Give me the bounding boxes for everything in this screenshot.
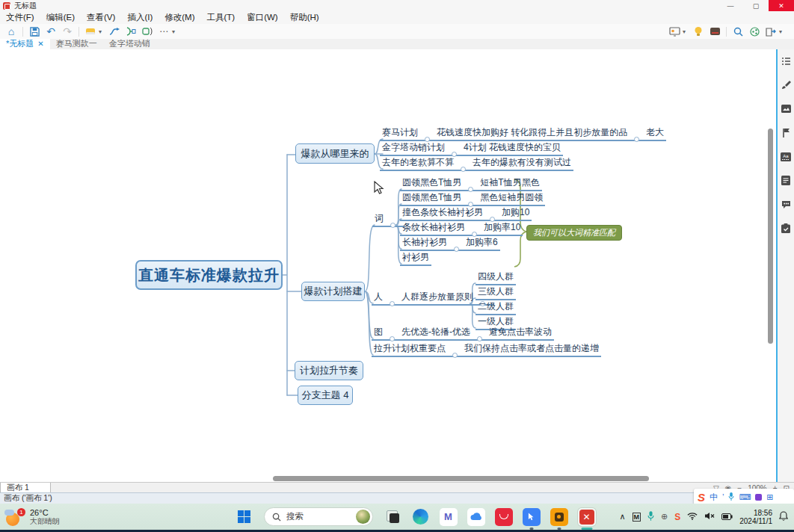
central-topic[interactable]: 直通车标准爆款拉升	[135, 260, 283, 290]
menu-view[interactable]: 查看(V)	[87, 12, 115, 23]
camera-app-icon[interactable]	[550, 508, 568, 526]
maximize-button[interactable]: ▢	[743, 0, 769, 11]
menu-tools[interactable]: 工具(T)	[206, 12, 235, 23]
task-icon[interactable]	[781, 223, 792, 234]
style-icon[interactable]	[82, 25, 99, 38]
tray-remote-icon[interactable]: ⊕	[661, 512, 668, 522]
topic-pic[interactable]: 图 先优选-轮播-优选 避免点击率波动	[372, 327, 554, 341]
more-caret-icon[interactable]: ▾	[172, 28, 179, 35]
junction-dot[interactable]	[468, 187, 473, 192]
topic-row[interactable]: 长袖衬衫男 加购率6	[400, 238, 500, 251]
topic-row[interactable]: 二级人群	[476, 302, 516, 315]
weather-widget[interactable]: 1 26°C 大部晴朗	[0, 508, 118, 526]
comment-icon[interactable]	[781, 199, 792, 210]
menu-modify[interactable]: 修改(M)	[164, 12, 194, 23]
topic-row[interactable]: 圆领黑色T恤男 短袖T恤男黑色	[400, 178, 542, 191]
vertical-scrollbar[interactable]	[768, 129, 773, 344]
junction-dot[interactable]	[477, 336, 482, 341]
tab-close-icon[interactable]: ✕	[37, 40, 43, 48]
search-icon[interactable]	[730, 25, 746, 38]
pointer-app-icon[interactable]	[523, 508, 541, 526]
format-brush-icon[interactable]	[781, 79, 792, 90]
summary-icon[interactable]	[123, 25, 139, 38]
presentation-icon[interactable]	[666, 25, 683, 38]
undo-icon[interactable]: ↶	[43, 25, 59, 38]
keyboard-icon[interactable]: ⌨	[739, 492, 751, 502]
tray-mic-icon[interactable]	[647, 511, 654, 522]
tab-untitled[interactable]: *无标题 ✕	[0, 39, 50, 49]
topic-row[interactable]: 撞色条纹长袖衬衫男 加购10	[400, 208, 532, 221]
style-caret-icon[interactable]: ▾	[99, 28, 106, 35]
junction-dot[interactable]	[461, 167, 466, 172]
chinese-mode-icon[interactable]: 中	[710, 492, 718, 503]
tab-saima[interactable]: 赛马测款一	[50, 39, 103, 49]
topic-row[interactable]: 赛马计划 花钱速度快加购好 转化跟得上并且初步放量的品 老大	[380, 128, 666, 141]
laser-pointer-icon[interactable]	[707, 25, 723, 38]
junction-dot[interactable]	[390, 223, 396, 228]
sogou-input-bar[interactable]: S 中 ’ ⌨ ⊞	[694, 489, 794, 505]
skin-icon[interactable]	[755, 494, 762, 501]
presentation-caret-icon[interactable]: ▾	[683, 28, 690, 35]
start-button[interactable]	[236, 508, 253, 526]
font-icon[interactable]: Aa	[781, 151, 792, 162]
save-icon[interactable]	[26, 25, 43, 38]
task-view-button[interactable]	[384, 508, 402, 526]
tray-m-icon[interactable]: M	[633, 513, 641, 522]
wifi-icon[interactable]	[687, 512, 698, 522]
junction-dot[interactable]	[454, 247, 459, 252]
toolbox-icon[interactable]: ⊞	[766, 492, 773, 502]
topic-row[interactable]: 圆领黑色T恤男 黑色短袖男圆领	[400, 193, 545, 206]
topic-row[interactable]: 条纹长袖衬衫男 加购率10	[400, 223, 523, 236]
branch-topic-2[interactable]: 爆款计划搭建	[301, 282, 365, 301]
topic-row[interactable]: 衬衫男	[400, 253, 431, 266]
tray-clock[interactable]: 18:56 2024/11/1	[739, 509, 772, 525]
menu-help[interactable]: 帮助(H)	[290, 12, 319, 23]
sheet-tab[interactable]: 画布 1	[0, 483, 51, 493]
topic-row[interactable]: 三级人群	[476, 287, 516, 300]
export-icon[interactable]	[763, 25, 779, 38]
mindmaster-icon[interactable]: M	[440, 508, 458, 526]
branch-topic-4[interactable]: 分支主题 4	[298, 386, 353, 405]
marker-flag-icon[interactable]	[781, 127, 792, 138]
home-icon[interactable]: ⌂	[3, 25, 19, 38]
horizontal-scrollbar[interactable]	[273, 476, 649, 481]
punctuation-icon[interactable]: ’	[722, 492, 724, 501]
junction-dot[interactable]	[390, 336, 395, 341]
junction-dot[interactable]	[452, 353, 458, 358]
volume-muted-icon[interactable]	[704, 512, 715, 522]
boundary-icon[interactable]	[139, 25, 156, 38]
tray-expand-icon[interactable]: ∧	[619, 512, 625, 522]
cloud-drive-icon[interactable]	[467, 508, 485, 526]
lightbulb-icon[interactable]	[690, 25, 707, 38]
topic-row[interactable]: 去年的老款算不算 去年的爆款有没有测试过	[380, 158, 573, 171]
topic-row[interactable]: 四级人群	[476, 272, 516, 285]
notification-bell-icon[interactable]	[779, 511, 788, 522]
menu-file[interactable]: 文件(F)	[6, 12, 34, 23]
mindmap-canvas[interactable]	[0, 49, 778, 482]
minimize-button[interactable]: —	[718, 0, 743, 11]
taskbar-search[interactable]: 搜索	[264, 507, 373, 526]
junction-dot[interactable]	[390, 301, 395, 306]
battery-icon[interactable]	[721, 513, 733, 522]
close-button[interactable]: ✕	[769, 0, 794, 11]
topic-weight[interactable]: 拉升计划权重要点 我们保持点击率或者点击量的递增	[372, 344, 601, 357]
sogou-logo-icon[interactable]: S	[698, 491, 705, 504]
menu-insert[interactable]: 插入(I)	[127, 12, 153, 23]
red-app-icon[interactable]	[495, 508, 513, 526]
more-icon[interactable]: ⋯	[156, 25, 172, 38]
tray-sogou-icon[interactable]: S	[674, 512, 680, 522]
summary-callout[interactable]: 我们可以大词精准匹配	[526, 225, 622, 241]
menu-edit[interactable]: 编辑(E)	[46, 12, 75, 23]
voice-icon[interactable]	[728, 490, 734, 504]
branch-topic-3[interactable]: 计划拉升节奏	[295, 361, 363, 380]
edge-icon[interactable]	[412, 508, 430, 526]
menu-window[interactable]: 窗口(W)	[247, 12, 278, 23]
branch-topic-1[interactable]: 爆款从哪里来的	[295, 143, 375, 164]
notes-icon[interactable]	[781, 175, 792, 186]
relationship-icon[interactable]	[106, 25, 123, 38]
share-icon[interactable]	[746, 25, 763, 38]
topic-row[interactable]: 金字塔动销计划 4计划 花钱速度快的宝贝	[380, 143, 563, 156]
outline-icon[interactable]	[781, 55, 792, 66]
xmind-app-icon-active[interactable]: ✕	[578, 508, 596, 526]
tab-jinzita[interactable]: 金字塔动销	[103, 39, 156, 49]
